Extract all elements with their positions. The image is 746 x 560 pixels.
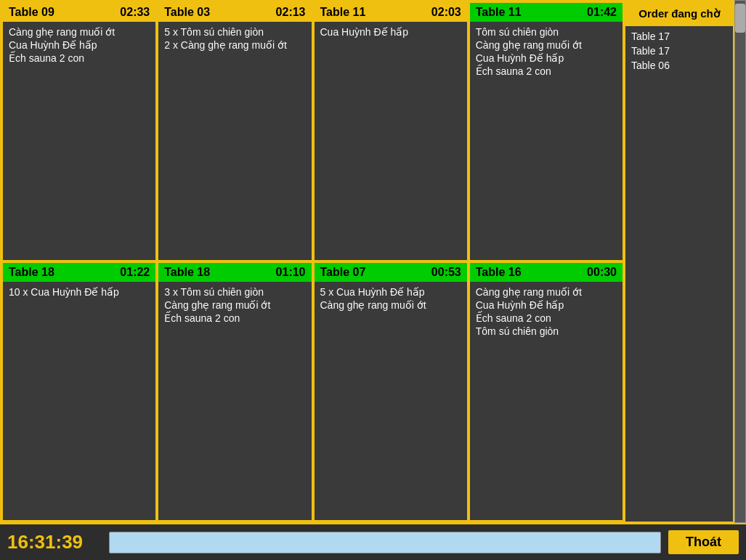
table-time: 02:03 (431, 6, 461, 19)
bottom-bar: 16:31:39 Thoát (0, 523, 746, 560)
table-body-table-18a: 10 x Cua Huỳnh Đế hấp (3, 282, 155, 520)
sidebar-item[interactable]: Table 17 (631, 45, 727, 57)
table-item: 2 x Càng ghẹ rang muối ớt (164, 39, 305, 51)
table-time: 02:13 (276, 6, 306, 19)
table-label: Table 09 (9, 6, 54, 19)
table-body-table-07: 5 x Cua Huỳnh Đế hấpCàng ghẹ rang muối ớ… (315, 282, 467, 520)
tables-grid: Table 0902:33Càng ghẹ rang muối ớtCua Hu… (0, 0, 625, 523)
table-item: Tôm sú chiên giòn (476, 325, 617, 337)
table-label: Table 11 (476, 6, 522, 19)
table-body-table-11b: Tôm sú chiên giònCàng ghẹ rang muối ớtCu… (470, 22, 623, 260)
search-input[interactable] (109, 532, 661, 553)
table-body-table-16: Càng ghẹ rang muối ớtCua Huỳnh Đế hấpẾch… (470, 282, 623, 520)
table-item: Càng ghẹ rang muối ớt (476, 286, 617, 298)
table-time: 01:22 (120, 266, 150, 279)
table-card-table-03[interactable]: Table 0302:135 x Tôm sú chiên giòn2 x Cà… (157, 1, 312, 261)
table-item: Ếch sauna 2 con (476, 65, 617, 77)
table-header-table-18b: Table 1801:10 (158, 263, 311, 282)
table-card-table-11b[interactable]: Table 1101:42Tôm sú chiên giònCàng ghẹ r… (469, 1, 624, 261)
table-label: Table 03 (164, 6, 210, 19)
table-header-table-09: Table 0902:33 (3, 3, 155, 22)
table-card-table-16[interactable]: Table 1600:30Càng ghẹ rang muối ớtCua Hu… (469, 261, 624, 522)
table-time: 01:42 (587, 6, 617, 19)
table-item: Càng ghẹ rang muối ớt (9, 26, 150, 38)
table-header-table-07: Table 0700:53 (315, 263, 467, 282)
table-item: Càng ghẹ rang muối ớt (320, 299, 461, 311)
table-body-table-18b: 3 x Tôm sú chiên giònCàng ghẹ rang muối … (158, 282, 311, 520)
sidebar-item[interactable]: Table 06 (631, 60, 727, 71)
table-label: Table 16 (476, 266, 522, 279)
table-label: Table 11 (320, 6, 366, 19)
table-header-table-18a: Table 1801:22 (3, 263, 155, 282)
sidebar-header: Order đang chờ (625, 1, 733, 26)
table-label: Table 18 (164, 266, 210, 279)
table-card-table-07[interactable]: Table 0700:535 x Cua Huỳnh Đế hấpCàng gh… (313, 261, 469, 522)
table-body-table-09: Càng ghẹ rang muối ớtCua Huỳnh Đế hấpẾch… (3, 22, 155, 260)
table-item: Cua Huỳnh Đế hấp (320, 26, 461, 38)
table-item: Ếch sauna 2 con (9, 52, 150, 64)
table-item: Ếch sauna 2 con (476, 312, 617, 324)
sidebar-body: Table 17Table 17Table 06 (625, 26, 733, 78)
exit-button[interactable]: Thoát (668, 530, 739, 554)
table-item: Cua Huỳnh Đế hấp (9, 39, 150, 51)
table-card-table-18a[interactable]: Table 1801:2210 x Cua Huỳnh Đế hấp (1, 261, 157, 522)
table-header-table-11b: Table 1101:42 (470, 3, 623, 22)
table-item: Cua Huỳnh Đế hấp (476, 52, 617, 64)
table-time: 00:53 (431, 266, 461, 279)
table-item: 3 x Tôm sú chiên giòn (164, 286, 305, 298)
clock: 16:31:39 (7, 531, 102, 553)
table-label: Table 18 (9, 266, 54, 279)
table-header-table-03: Table 0302:13 (158, 3, 311, 22)
table-time: 00:30 (587, 266, 617, 279)
table-body-table-03: 5 x Tôm sú chiên giòn2 x Càng ghẹ rang m… (158, 22, 311, 260)
table-item: Càng ghẹ rang muối ớt (164, 299, 305, 311)
table-item: Càng ghẹ rang muối ớt (476, 39, 617, 51)
scrollbar-thumb[interactable] (735, 4, 745, 33)
table-header-table-16: Table 1600:30 (470, 263, 623, 282)
table-time: 01:10 (276, 266, 306, 279)
table-item: Tôm sú chiên giòn (476, 26, 617, 38)
table-card-table-11a[interactable]: Table 1102:03Cua Huỳnh Đế hấp (313, 1, 469, 261)
table-item: 5 x Cua Huỳnh Đế hấp (320, 286, 461, 298)
table-card-table-09[interactable]: Table 0902:33Càng ghẹ rang muối ớtCua Hu… (1, 1, 157, 261)
table-card-table-18b[interactable]: Table 1801:103 x Tôm sú chiên giònCàng g… (157, 261, 312, 522)
table-time: 02:33 (120, 6, 150, 19)
table-label: Table 07 (320, 266, 366, 279)
table-item: 10 x Cua Huỳnh Đế hấp (9, 286, 150, 298)
main-container: Table 0902:33Càng ghẹ rang muối ớtCua Hu… (0, 0, 746, 523)
sidebar-item[interactable]: Table 17 (631, 31, 727, 42)
table-header-table-11a: Table 1102:03 (315, 3, 467, 22)
table-item: Ếch sauna 2 con (164, 312, 305, 324)
scrollbar[interactable] (734, 0, 746, 523)
sidebar: Order đang chờ Table 17Table 17Table 06 (625, 0, 734, 523)
table-item: 5 x Tôm sú chiên giòn (164, 26, 305, 38)
table-body-table-11a: Cua Huỳnh Đế hấp (315, 22, 467, 260)
table-item: Cua Huỳnh Đế hấp (476, 299, 617, 311)
